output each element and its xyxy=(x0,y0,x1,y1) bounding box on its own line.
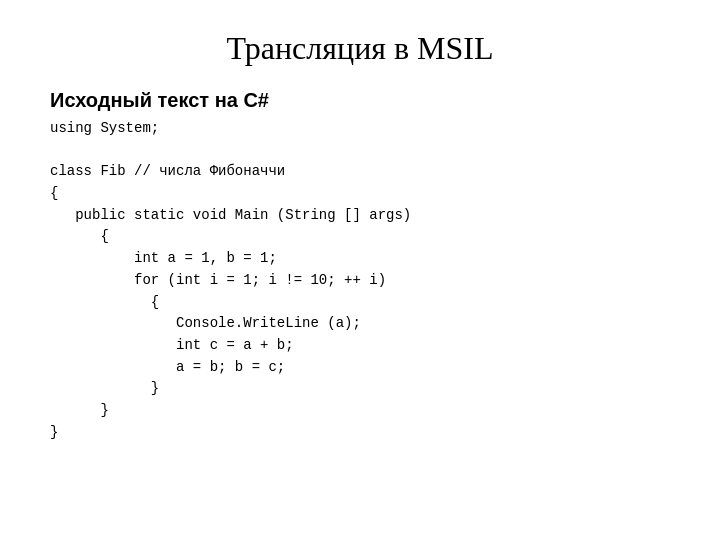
slide-title: Трансляция в MSIL xyxy=(50,30,670,67)
section-heading: Исходный текст на C# xyxy=(50,89,269,112)
slide-container: Трансляция в MSIL Исходный текст на C# u… xyxy=(0,0,720,540)
code-block: using System; class Fib // числа Фибонач… xyxy=(50,118,411,443)
